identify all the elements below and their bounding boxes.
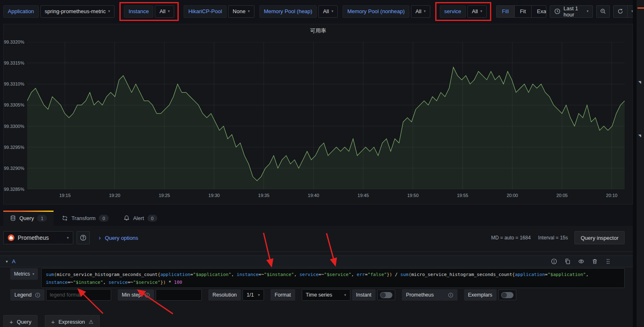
x-axis-tick: 19:40 <box>304 193 322 198</box>
variable-label-application: Application <box>3 5 39 18</box>
variable-group-memory-nonheap: Memory Pool (nonheap) All▾ <box>343 5 430 18</box>
x-axis-tick: 19:30 <box>205 193 223 198</box>
chevron-icon: ◥ <box>638 134 641 138</box>
datasource-help-button[interactable] <box>77 231 90 244</box>
promql-query-input[interactable]: sum(micro_service_histogram_seconds_coun… <box>41 268 625 288</box>
format-select[interactable]: Time series ▾ <box>302 289 350 301</box>
datasource-option-label: Prometheus <box>402 289 457 301</box>
variable-value-hikaricp[interactable]: None▾ <box>228 5 254 18</box>
add-expression-button[interactable]: + Expression ⚠ <box>45 315 100 327</box>
delete-query-trash-icon[interactable] <box>592 258 598 264</box>
info-icon <box>35 292 40 298</box>
chevron-down-icon: ▾ <box>344 293 346 297</box>
variable-value-memory-nonheap[interactable]: All▾ <box>411 5 430 18</box>
x-axis-tick: 20:00 <box>503 193 521 198</box>
tab-transform-badge: 0 <box>99 215 109 222</box>
refresh-icon <box>617 8 623 14</box>
max-datapoints-stat: MD = auto = 1684 <box>491 235 531 241</box>
tab-query[interactable]: Query 1 <box>3 211 54 226</box>
metrics-dropdown[interactable]: Metrics ▾ <box>10 268 38 280</box>
variable-label-memory-nonheap: Memory Pool (nonheap) <box>343 5 409 18</box>
query-editor-section: Prometheus ▾ › Query options MD = auto =… <box>0 226 636 327</box>
y-axis-tick: 99.3310% <box>4 81 24 87</box>
divider <box>0 251 636 252</box>
query-stats: MD = auto = 1684 Interval = 15s <box>491 235 568 241</box>
datasource-name: Prometheus <box>18 234 63 241</box>
chevron-down-icon: ▾ <box>424 9 426 13</box>
x-axis-tick: 19:45 <box>354 193 372 198</box>
variable-value-application[interactable]: spring-prometheus-metric▾ <box>40 5 115 18</box>
database-icon <box>10 215 16 221</box>
view-mode-exact[interactable]: Exact <box>532 6 546 17</box>
add-query-button[interactable]: + Query <box>3 315 37 327</box>
chevron-down-icon: ▾ <box>67 236 69 240</box>
variable-label-memory-heap: Memory Pool (heap) <box>259 5 317 18</box>
chevron-right-icon: › <box>99 234 101 241</box>
chart-plot-area[interactable] <box>27 42 625 189</box>
info-icon <box>145 292 150 298</box>
query-row-header: ▾ A <box>0 255 636 267</box>
chevron-icon: ◥ <box>638 80 641 84</box>
variable-label-instance: Instance <box>124 5 153 18</box>
chevron-down-icon: ▾ <box>168 9 170 13</box>
x-axis-tick: 19:15 <box>56 193 74 198</box>
time-range-picker[interactable]: Last 1 hour ▾ <box>550 5 593 18</box>
chart-panel: 可用率 99.3320%99.3315%99.3310%99.3305%99.3… <box>3 24 633 204</box>
prometheus-logo-icon <box>8 234 14 241</box>
chevron-down-icon: ▾ <box>248 9 250 13</box>
resolution-select[interactable]: 1/1 ▾ <box>243 289 264 301</box>
query-inspector-button[interactable]: Query inspector <box>574 231 625 244</box>
variable-value-service[interactable]: All▾ <box>467 5 487 18</box>
variable-value-instance[interactable]: All▾ <box>155 5 174 18</box>
red-highlight-box-instance: Instance All▾ <box>119 2 179 21</box>
warning-triangle-icon: ⚠ <box>89 319 93 325</box>
chevron-down-icon: ▾ <box>481 9 483 13</box>
variable-value-memory-heap[interactable]: All▾ <box>318 5 338 18</box>
tab-query-badge: 1 <box>37 215 47 222</box>
view-mode-fill[interactable]: Fill <box>497 6 515 17</box>
drag-handle-icon[interactable] <box>605 258 611 264</box>
refresh-button[interactable] <box>614 6 628 17</box>
x-axis-tick: 19:20 <box>105 193 124 198</box>
plus-icon: + <box>51 318 55 325</box>
resolution-label: Resolution <box>208 289 241 301</box>
chevron-down-icon: ▾ <box>587 9 589 13</box>
datasource-picker[interactable]: Prometheus ▾ <box>3 231 73 244</box>
chevron-down-icon: ▾ <box>331 9 334 13</box>
collapse-chevron-icon[interactable]: ▾ <box>6 259 8 264</box>
variable-label-hikaricp: HikariCP-Pool <box>184 5 226 18</box>
query-help-icon[interactable] <box>551 258 557 264</box>
tab-alert[interactable]: Alert 0 <box>117 211 164 226</box>
bell-icon <box>124 215 130 221</box>
query-row-actions <box>551 258 630 264</box>
query-editor-row: Metrics ▾ sum(micro_service_histogram_se… <box>10 268 625 288</box>
instant-toggle[interactable] <box>377 290 395 300</box>
hide-query-eye-icon[interactable] <box>578 258 584 264</box>
variable-group-hikaricp: HikariCP-Pool None▾ <box>184 5 254 18</box>
plus-icon: + <box>9 318 13 325</box>
variable-group-application: Application spring-prometheus-metric▾ <box>3 5 114 18</box>
series-fill <box>27 67 625 189</box>
adjacent-panel-sliver: ◥ ◥ <box>637 0 644 327</box>
tab-transform[interactable]: Transform 0 <box>55 211 115 226</box>
y-axis-tick: 99.3290% <box>4 165 24 171</box>
variable-group-memory-heap: Memory Pool (heap) All▾ <box>259 5 338 18</box>
help-icon <box>80 234 86 241</box>
exemplars-toggle[interactable] <box>498 290 516 300</box>
query-options-toggle[interactable]: › Query options <box>99 234 138 241</box>
chevron-down-icon: ▾ <box>108 9 110 13</box>
min-step-input[interactable] <box>156 289 202 301</box>
editor-tabbar: Query 1 Transform 0 Alert 0 <box>0 211 636 226</box>
x-axis-tick: 19:55 <box>453 193 471 198</box>
right-edge-gap <box>633 0 637 327</box>
y-axis-tick: 99.3315% <box>4 60 24 66</box>
duplicate-query-icon[interactable] <box>565 258 571 264</box>
zoom-out-button[interactable] <box>596 5 610 18</box>
legend-format-input[interactable] <box>46 289 111 301</box>
view-mode-fit[interactable]: Fit <box>515 6 532 17</box>
query-ref-id: A <box>12 258 16 264</box>
x-axis-tick: 19:25 <box>155 193 173 198</box>
x-axis-tick: 19:35 <box>255 193 273 198</box>
add-buttons-row: + Query + Expression ⚠ <box>3 315 100 327</box>
min-step-label: Min step <box>118 289 154 301</box>
